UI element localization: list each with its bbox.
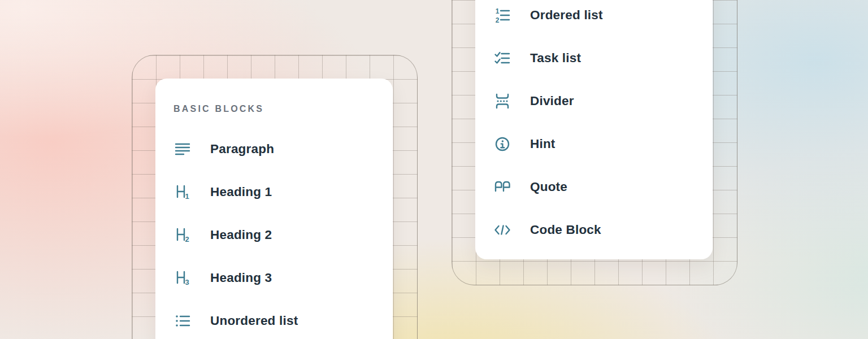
menu-item-label: Divider: [530, 94, 574, 108]
svg-text:1: 1: [185, 192, 189, 201]
svg-text:3: 3: [185, 278, 189, 286]
menu-item-label: Ordered list: [530, 8, 603, 23]
unordered-list-icon: [173, 312, 192, 330]
menu-item-paragraph[interactable]: Paragraph: [155, 128, 393, 171]
menu-item-heading-2[interactable]: 2 Heading 2: [155, 214, 393, 257]
menu-item-label: Heading 2: [210, 228, 272, 242]
menu-item-label: Task list: [530, 51, 581, 66]
menu-item-divider[interactable]: Divider: [475, 80, 713, 123]
menu-item-code-block[interactable]: Code Block: [475, 208, 713, 251]
menu-item-task-list[interactable]: Task list: [475, 37, 713, 80]
hint-icon: [493, 135, 511, 153]
menu-item-label: Paragraph: [210, 142, 274, 157]
menu-item-label: Heading 1: [210, 185, 272, 199]
menu-item-unordered-list[interactable]: Unordered list: [155, 299, 393, 339]
task-list-icon: [493, 49, 511, 67]
menu-item-quote[interactable]: Quote: [475, 166, 713, 208]
menu-item-heading-1[interactable]: 1 Heading 1: [155, 171, 393, 214]
heading-3-icon: 3: [173, 269, 192, 287]
menu-item-label: Heading 3: [210, 271, 272, 285]
basic-blocks-menu: BASIC BLOCKS Paragraph 1 Heading 1: [155, 79, 393, 339]
paragraph-icon: [173, 140, 192, 158]
menu-item-hint[interactable]: Hint: [475, 123, 713, 166]
ordered-list-icon: 1 2: [493, 6, 511, 24]
menu-item-heading-3[interactable]: 3 Heading 3: [155, 257, 393, 299]
heading-2-icon: 2: [173, 226, 192, 244]
menu-item-label: Code Block: [530, 223, 601, 237]
menu-item-label: Hint: [530, 137, 555, 151]
quote-icon: [493, 178, 511, 196]
divider-icon: [493, 92, 511, 110]
menu-item-ordered-list[interactable]: 1 2 Ordered list: [475, 0, 713, 37]
section-header-basic-blocks: BASIC BLOCKS: [173, 103, 264, 115]
hero-background: BASIC BLOCKS Paragraph 1 Heading 1: [0, 0, 868, 339]
svg-text:2: 2: [185, 235, 189, 244]
blocks-menu-continued: 1 2 Ordered list Task list: [475, 0, 713, 259]
menu-item-label: Quote: [530, 180, 567, 194]
menu-item-label: Unordered list: [210, 314, 298, 328]
svg-text:2: 2: [496, 16, 500, 24]
svg-text:1: 1: [496, 7, 500, 15]
heading-1-icon: 1: [173, 183, 192, 201]
code-block-icon: [493, 221, 511, 239]
